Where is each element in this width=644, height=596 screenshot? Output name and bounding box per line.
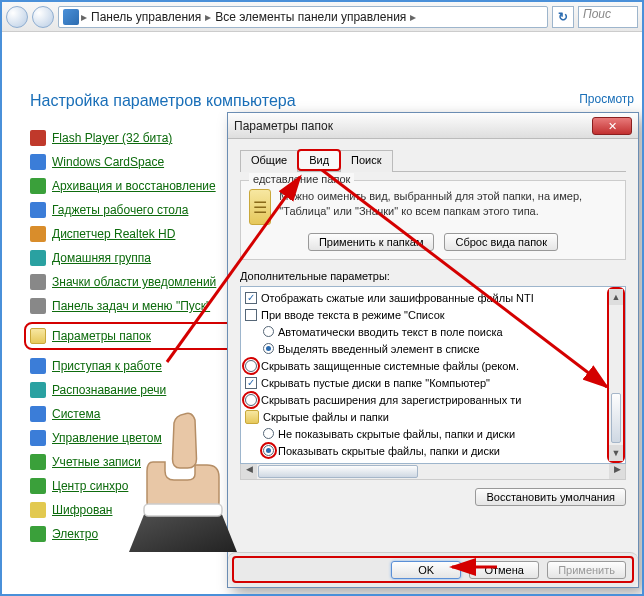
control-panel-item-label[interactable]: Архивация и восстановление xyxy=(52,179,216,193)
control-panel-item-label[interactable]: Домашняя группа xyxy=(52,251,151,265)
reset-folders-button[interactable]: Сброс вида папок xyxy=(444,233,558,251)
control-panel-item-label[interactable]: Гаджеты рабочего стола xyxy=(52,203,188,217)
control-panel-item-label[interactable]: Учетные записи xyxy=(52,455,141,469)
control-panel-item[interactable]: Архивация и восстановление xyxy=(30,178,250,194)
checkbox-icon[interactable] xyxy=(245,394,257,406)
blue-icon xyxy=(30,202,46,218)
settings-row[interactable]: ✓Скрывать пустые диски в папке "Компьюте… xyxy=(245,374,603,391)
settings-row-label: Не показывать скрытые файлы, папки и дис… xyxy=(278,428,515,440)
control-panel-item-label[interactable]: Flash Player (32 бита) xyxy=(52,131,172,145)
control-panel-item-label[interactable]: Управление цветом xyxy=(52,431,162,445)
scroll-thumb[interactable] xyxy=(611,393,621,443)
apply-to-folders-button[interactable]: Применить к папкам xyxy=(308,233,435,251)
control-panel-item[interactable]: Учетные записи xyxy=(30,454,250,470)
close-button[interactable]: ✕ xyxy=(592,117,632,135)
settings-row[interactable]: Автоматически вводить текст в поле поиск… xyxy=(245,323,603,340)
control-panel-item[interactable]: Домашняя группа xyxy=(30,250,250,266)
settings-row-label: Скрывать защищенные системные файлы (рек… xyxy=(261,360,519,372)
radio-icon[interactable] xyxy=(263,428,274,439)
control-panel-item-label[interactable]: Диспетчер Realtek HD xyxy=(52,227,175,241)
tab-general[interactable]: Общие xyxy=(240,150,298,172)
control-panel-item[interactable]: Параметры папок xyxy=(24,322,250,350)
vertical-scrollbar[interactable]: ▲ ▼ xyxy=(607,287,625,463)
nav-forward-button[interactable] xyxy=(32,6,54,28)
tab-view[interactable]: Вид xyxy=(297,149,341,171)
chevron-right-icon[interactable]: ▸ xyxy=(205,10,211,24)
scroll-left-icon[interactable]: ◀ xyxy=(241,464,257,479)
restore-defaults-button[interactable]: Восстановить умолчания xyxy=(475,488,626,506)
green-icon xyxy=(30,478,46,494)
breadcrumb-item[interactable]: Панель управления xyxy=(89,10,203,24)
folder-icon xyxy=(249,189,271,225)
apply-button[interactable]: Применить xyxy=(547,561,626,579)
control-panel-item-label[interactable]: Центр синхро xyxy=(52,479,128,493)
cancel-button[interactable]: Отмена xyxy=(469,561,539,579)
control-panel-item[interactable]: Flash Player (32 бита) xyxy=(30,130,250,146)
scroll-thumb[interactable] xyxy=(258,465,418,478)
chevron-right-icon[interactable]: ▸ xyxy=(81,10,87,24)
control-panel-item-label[interactable]: Электро xyxy=(52,527,98,541)
chevron-right-icon[interactable]: ▸ xyxy=(410,10,416,24)
settings-row[interactable]: ✓Отображать сжатые или зашифрованные фай… xyxy=(245,289,603,306)
control-panel-item[interactable]: Система xyxy=(30,406,250,422)
control-panel-item[interactable]: Гаджеты рабочего стола xyxy=(30,202,250,218)
control-panel-item-label[interactable]: Значки области уведомлений xyxy=(52,275,216,289)
settings-row-label: При вводе текста в режиме "Список xyxy=(261,309,445,321)
address-bar: ▸ Панель управления ▸ Все элементы панел… xyxy=(2,2,642,32)
control-panel-item-label[interactable]: Шифрован xyxy=(52,503,112,517)
control-panel-item-label[interactable]: Распознавание речи xyxy=(52,383,166,397)
search-input[interactable]: Поис xyxy=(578,6,638,28)
breadcrumb-item[interactable]: Все элементы панели управления xyxy=(213,10,408,24)
control-panel-item[interactable]: Приступая к работе xyxy=(30,358,250,374)
checkbox-icon[interactable]: ✓ xyxy=(245,292,257,304)
dialog-title: Параметры папок xyxy=(234,119,592,133)
settings-row[interactable]: Показывать скрытые файлы, папки и диски xyxy=(245,442,603,459)
control-panel-item[interactable]: Диспетчер Realtek HD xyxy=(30,226,250,242)
horizontal-scrollbar[interactable]: ◀ ▶ xyxy=(240,464,626,480)
folder-views-group: едставление папок Можно оименить вид, вы… xyxy=(240,180,626,260)
control-panel-item[interactable]: Распознавание речи xyxy=(30,382,250,398)
checkbox-icon[interactable] xyxy=(245,360,257,372)
nav-back-button[interactable] xyxy=(6,6,28,28)
settings-row[interactable]: Скрытые файлы и папки xyxy=(245,408,603,425)
green-icon xyxy=(30,454,46,470)
breadcrumb[interactable]: ▸ Панель управления ▸ Все элементы панел… xyxy=(58,6,548,28)
ok-button[interactable]: OK xyxy=(391,561,461,579)
tab-strip: Общие Вид Поиск xyxy=(240,149,626,172)
control-panel-item-label[interactable]: Система xyxy=(52,407,100,421)
control-panel-item[interactable]: Панель задач и меню "Пуск" xyxy=(30,298,250,314)
scroll-right-icon[interactable]: ▶ xyxy=(609,464,625,479)
radio-icon[interactable] xyxy=(263,326,274,337)
dialog-titlebar[interactable]: Параметры папок ✕ xyxy=(228,113,638,139)
control-panel-item[interactable]: Windows CardSpace xyxy=(30,154,250,170)
scroll-down-icon[interactable]: ▼ xyxy=(609,445,623,461)
control-panel-item-label[interactable]: Параметры папок xyxy=(52,329,151,343)
control-panel-item[interactable]: Центр синхро xyxy=(30,478,250,494)
settings-row[interactable]: Скрывать защищенные системные файлы (рек… xyxy=(245,357,603,374)
checkbox-icon[interactable] xyxy=(245,309,257,321)
control-panel-item[interactable]: Значки области уведомлений xyxy=(30,274,250,290)
control-panel-item[interactable]: Шифрован xyxy=(30,502,250,518)
control-panel-item[interactable]: Управление цветом xyxy=(30,430,250,446)
control-panel-item[interactable]: Электро xyxy=(30,526,250,542)
control-panel-item-label[interactable]: Панель задач и меню "Пуск" xyxy=(52,299,210,313)
scroll-up-icon[interactable]: ▲ xyxy=(609,289,623,305)
view-mode-link[interactable]: Просмотр xyxy=(579,92,634,106)
refresh-button[interactable]: ↻ xyxy=(552,6,574,28)
radio-icon[interactable] xyxy=(263,445,274,456)
settings-row-label: Отображать сжатые или зашифрованные файл… xyxy=(261,292,534,304)
settings-row[interactable]: Выделять введенный элемент в списке xyxy=(245,340,603,357)
tab-search[interactable]: Поиск xyxy=(340,150,392,172)
blue-icon xyxy=(30,358,46,374)
radio-icon[interactable] xyxy=(263,343,274,354)
settings-row[interactable]: Не показывать скрытые файлы, папки и дис… xyxy=(245,425,603,442)
control-panel-item-label[interactable]: Windows CardSpace xyxy=(52,155,164,169)
orange-icon xyxy=(30,226,46,242)
control-panel-item-label[interactable]: Приступая к работе xyxy=(52,359,162,373)
settings-row-label: Выделять введенный элемент в списке xyxy=(278,343,480,355)
settings-row[interactable]: Скрывать расширения для зарегистрированн… xyxy=(245,391,603,408)
red-icon xyxy=(30,130,46,146)
checkbox-icon[interactable]: ✓ xyxy=(245,377,257,389)
folder-icon xyxy=(245,410,259,424)
settings-row[interactable]: При вводе текста в режиме "Список xyxy=(245,306,603,323)
